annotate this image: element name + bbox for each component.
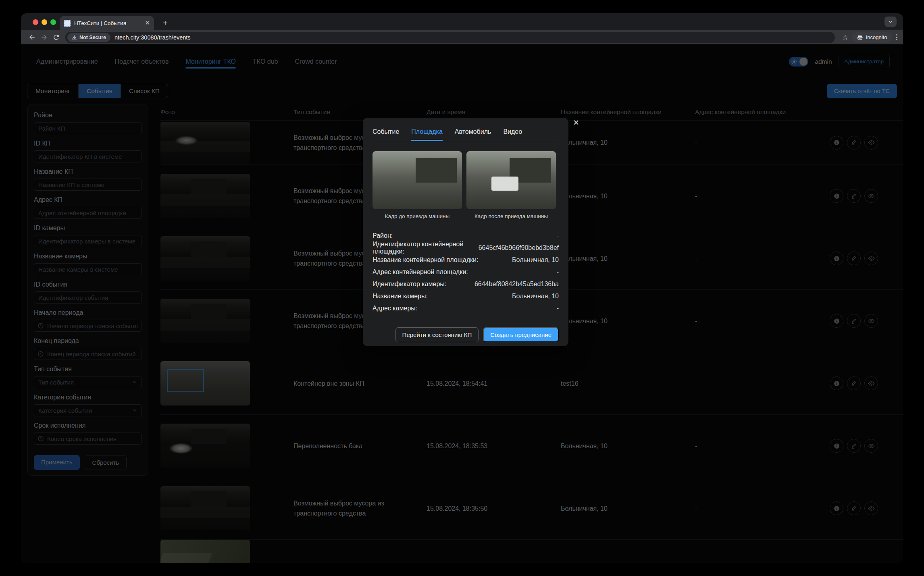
tab-close-icon[interactable]: ✕: [145, 19, 150, 27]
not-secure-label: Not Secure: [79, 35, 106, 40]
forward-arrow-icon: [40, 33, 48, 41]
back-button[interactable]: [26, 31, 38, 44]
browser-menu-button[interactable]: [896, 33, 898, 42]
browser-window: НТехСити | События ✕ + Not Secure ntech.…: [21, 13, 903, 563]
bookmark-star-icon[interactable]: ☆: [842, 33, 849, 42]
detail-value: Больничная, 10: [512, 256, 559, 264]
goto-kp-state-button[interactable]: Перейти к состоянию КП: [395, 327, 479, 342]
warning-triangle-icon: [72, 35, 77, 40]
create-order-button[interactable]: Создать предписание: [483, 327, 559, 342]
browser-tab[interactable]: НТехСити | События ✕: [60, 16, 154, 30]
detail-label: Название контейнерной площадки:: [373, 256, 478, 264]
url-bar[interactable]: Not Secure ntech.city:30080/trash/events: [65, 32, 835, 43]
site-details: Район:- Идентификатор контейнерной площа…: [373, 230, 559, 314]
browser-toolbar: Not Secure ntech.city:30080/trash/events…: [21, 30, 903, 44]
detail-value: 6645cf46b966f90bebd3b8ef: [479, 244, 559, 252]
modal-tab-video[interactable]: Видео: [503, 128, 522, 141]
frame-after-caption: Кадр после приезда машины: [466, 213, 556, 219]
reload-icon: [52, 33, 60, 41]
detail-label: Район:: [373, 232, 393, 239]
chevron-down-icon: [888, 19, 893, 25]
minimize-window-button[interactable]: [42, 19, 47, 25]
not-secure-chip[interactable]: Not Secure: [67, 33, 110, 42]
modal-tabs: Событие Площадка Автомобиль Видео: [373, 118, 559, 141]
detail-label: Адрес камеры:: [373, 305, 417, 312]
modal-tab-event[interactable]: Событие: [373, 128, 399, 141]
detail-label: Идентификатор камеры:: [373, 281, 446, 288]
modal-tab-vehicle[interactable]: Автомобиль: [455, 128, 491, 141]
close-icon: ×: [573, 117, 579, 128]
modal-close-button[interactable]: ×: [571, 117, 581, 128]
detail-value: -: [557, 268, 559, 276]
incognito-label: Incognito: [866, 34, 887, 40]
detail-value: -: [557, 305, 559, 312]
frame-before-photo[interactable]: [373, 151, 462, 209]
forward-button[interactable]: [38, 31, 50, 44]
site-favicon: [64, 20, 71, 27]
tab-title: НТехСити | События: [74, 20, 142, 26]
detail-label: Название камеры:: [373, 293, 428, 300]
detail-label: Идентификатор контейнерной площадки:: [373, 241, 479, 255]
new-tab-button[interactable]: +: [160, 17, 171, 29]
incognito-icon: [857, 35, 863, 40]
modal-tab-site[interactable]: Площадка: [411, 128, 443, 141]
detail-value: -: [557, 232, 559, 239]
detail-label: Адрес контейнерной площадки:: [373, 268, 468, 276]
incognito-badge: Incognito: [852, 32, 892, 43]
reload-button[interactable]: [50, 31, 62, 44]
frame-before-caption: Кадр до приезда машины: [373, 213, 462, 219]
url-text: ntech.city:30080/trash/events: [114, 34, 191, 41]
fullscreen-window-button[interactable]: [50, 19, 56, 25]
browser-tab-strip: НТехСити | События ✕ +: [21, 13, 903, 30]
back-arrow-icon: [28, 33, 36, 41]
detail-value: Больничная, 10: [512, 293, 559, 300]
detail-value: 6644bef80842b45a5ed136ba: [474, 281, 559, 288]
tab-search-button[interactable]: [884, 17, 897, 27]
close-window-button[interactable]: [33, 19, 38, 25]
frame-after-photo[interactable]: [466, 151, 556, 209]
event-details-modal: Событие Площадка Автомобиль Видео Кадр д…: [363, 118, 568, 346]
